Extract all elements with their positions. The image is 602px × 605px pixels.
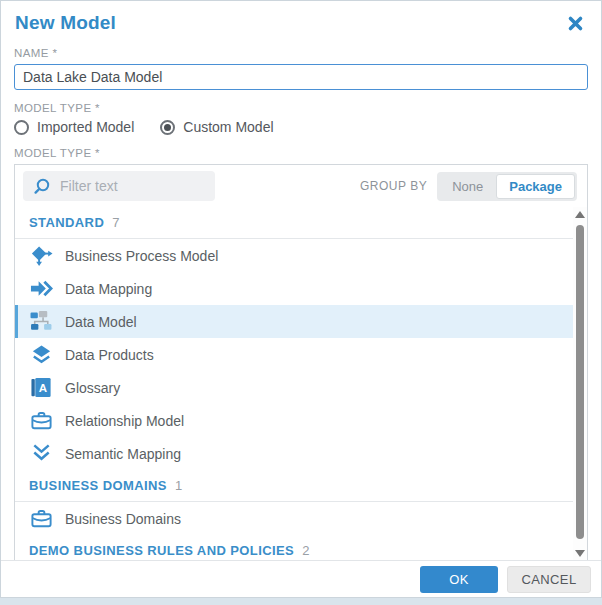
- list-item-label: Business Process Model: [65, 248, 218, 264]
- radio-custom-model[interactable]: Custom Model: [160, 119, 273, 135]
- search-icon: [33, 177, 51, 195]
- scrollbar-thumb[interactable]: [576, 225, 584, 539]
- group-by-control: GROUP BY None Package: [360, 172, 577, 201]
- panel-toolbar: Filter text GROUP BY None Package: [15, 165, 587, 207]
- radio-selected-icon: [160, 120, 175, 135]
- form-area: NAME * MODEL TYPE * Imported Model Custo…: [1, 47, 601, 159]
- name-input[interactable]: [14, 64, 588, 90]
- page-title: New Model: [15, 12, 116, 34]
- dialog-footer: OK CANCEL: [1, 560, 601, 597]
- dialog-header: New Model: [1, 1, 601, 35]
- section-title: DEMO BUSINESS RULES AND POLICIES: [29, 543, 294, 558]
- list-item-data-mapping[interactable]: Data Mapping: [15, 272, 573, 305]
- list-item-business-process-model[interactable]: Business Process Model: [15, 239, 573, 272]
- list-item-business-domains[interactable]: Business Domains: [15, 502, 573, 535]
- list-item-data-model[interactable]: Data Model: [15, 305, 573, 338]
- list-item-data-products[interactable]: Data Products: [15, 338, 573, 371]
- section-title: STANDARD: [29, 215, 104, 230]
- section-count: 1: [175, 478, 182, 493]
- model-type-radio-group: Imported Model Custom Model: [14, 119, 588, 135]
- scroll-down-icon[interactable]: [575, 550, 585, 557]
- name-label: NAME *: [14, 47, 588, 59]
- list-item-label: Relationship Model: [65, 413, 184, 429]
- ok-button[interactable]: OK: [420, 566, 498, 593]
- list-item-label: Glossary: [65, 380, 120, 396]
- scroll-up-icon[interactable]: [575, 211, 585, 218]
- data-products-icon: [30, 343, 53, 366]
- radio-label: Custom Model: [183, 119, 273, 135]
- business-domains-icon: [30, 507, 53, 530]
- group-by-toggle: None Package: [437, 172, 577, 201]
- model-type-radio-label: MODEL TYPE *: [14, 102, 588, 114]
- section-count: 7: [112, 215, 119, 230]
- list-item-label: Data Mapping: [65, 281, 152, 297]
- new-model-dialog: New Model NAME * MODEL TYPE * Imported M…: [0, 0, 602, 598]
- section-title: BUSINESS DOMAINS: [29, 478, 167, 493]
- section-header-business-domains: BUSINESS DOMAINS 1: [15, 470, 573, 502]
- model-type-list: STANDARD 7 Business Process Model: [15, 207, 573, 562]
- list-item-relationship-model[interactable]: Relationship Model: [15, 404, 573, 437]
- section-header-standard: STANDARD 7: [15, 207, 573, 239]
- list-item-label: Semantic Mapping: [65, 446, 181, 462]
- filter-placeholder: Filter text: [60, 178, 118, 194]
- section-count: 2: [302, 543, 309, 558]
- section-header-demo-business-rules: DEMO BUSINESS RULES AND POLICIES 2: [15, 535, 573, 562]
- list-item-label: Data Model: [65, 314, 137, 330]
- model-type-list-label: MODEL TYPE *: [14, 147, 588, 159]
- glossary-icon: A: [30, 376, 53, 399]
- filter-input[interactable]: Filter text: [23, 171, 215, 201]
- svg-text:A: A: [39, 382, 47, 394]
- list-item-label: Data Products: [65, 347, 154, 363]
- list-item-semantic-mapping[interactable]: Semantic Mapping: [15, 437, 573, 470]
- radio-unselected-icon: [14, 120, 29, 135]
- business-process-model-icon: [30, 244, 53, 267]
- group-by-package-button[interactable]: Package: [496, 174, 575, 199]
- scrollbar[interactable]: [573, 207, 587, 561]
- data-model-icon: [30, 310, 53, 333]
- group-by-none-button[interactable]: None: [439, 174, 496, 199]
- radio-imported-model[interactable]: Imported Model: [14, 119, 134, 135]
- group-by-label: GROUP BY: [360, 179, 427, 193]
- cancel-button[interactable]: CANCEL: [507, 566, 591, 593]
- relationship-model-icon: [30, 409, 53, 432]
- close-icon[interactable]: [564, 12, 587, 35]
- data-mapping-icon: [30, 277, 53, 300]
- list-item-label: Business Domains: [65, 511, 181, 527]
- radio-label: Imported Model: [37, 119, 134, 135]
- semantic-mapping-icon: [30, 442, 53, 465]
- model-type-panel: Filter text GROUP BY None Package STANDA…: [14, 164, 588, 562]
- list-item-glossary[interactable]: A Glossary: [15, 371, 573, 404]
